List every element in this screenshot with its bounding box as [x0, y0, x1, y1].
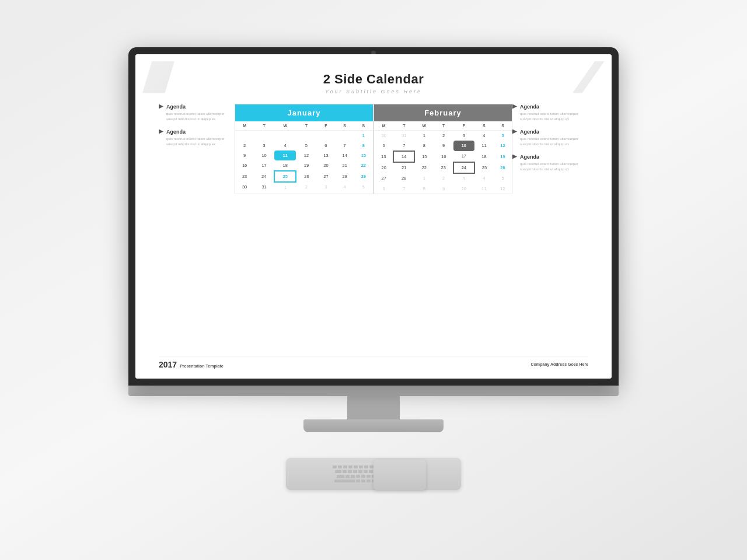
jan-cell: 2: [296, 182, 316, 192]
agenda-marker-r3: [512, 155, 517, 159]
table-row: 9 10 11 12 13 14 15: [235, 150, 373, 160]
feb-cell: 2: [434, 173, 453, 184]
left-agenda-sidebar: Agenda quis nostrud exerci tation ullamc…: [159, 104, 235, 147]
monitor: 2 Side Calendar Your Subtitle Goes Here …: [128, 47, 619, 490]
feb-cell: 12: [494, 141, 512, 151]
col-s2: S: [354, 121, 373, 131]
feb-cell: 17: [453, 151, 474, 162]
col-f: F: [316, 121, 335, 131]
right-agenda-2-title: Agenda: [520, 129, 539, 135]
jan-cell: 13: [316, 150, 335, 160]
col-t: T: [393, 121, 414, 131]
left-agenda-1-title: Agenda: [166, 104, 186, 110]
feb-cell: 20: [374, 162, 393, 173]
feb-cell: 6: [374, 184, 393, 194]
jan-cell: 1: [274, 182, 296, 192]
col-t: T: [254, 121, 274, 131]
feb-cell: 3: [453, 173, 474, 184]
right-agenda-2: Agenda quis nostrud exerci tation ullamc…: [512, 129, 588, 147]
feb-cell: 7: [393, 141, 414, 151]
feb-cell: 16: [434, 151, 453, 162]
jan-cell: [235, 130, 254, 141]
jan-cell: [254, 130, 274, 141]
feb-cell: 28: [393, 173, 414, 184]
jan-cell: 12: [296, 150, 316, 160]
slide: 2 Side Calendar Your Subtitle Goes Here …: [135, 54, 612, 379]
feb-cell: 2: [434, 130, 453, 141]
feb-cell: 10: [453, 184, 474, 194]
jan-cell: 8: [354, 141, 373, 150]
slide-footer: 2017 Presentation Template Company Addre…: [159, 356, 588, 369]
jan-cell: 23: [235, 171, 254, 182]
calendars-container: January M T W T F: [235, 104, 512, 194]
jan-cell: 6: [316, 141, 335, 150]
jan-cell: 4: [274, 141, 296, 150]
table-row: 30 31 1 2 3 4 5: [374, 130, 512, 141]
february-calendar: February M T W T F: [374, 104, 512, 194]
jan-cell: 4: [336, 182, 354, 192]
deco-top-left: [142, 61, 174, 93]
february-header: February: [374, 104, 512, 121]
monitor-shell: 2 Side Calendar Your Subtitle Goes Here …: [128, 47, 619, 386]
trackpad: [374, 460, 426, 490]
col-s1: S: [474, 121, 494, 131]
col-th: T: [434, 121, 453, 131]
right-agenda-3: Agenda quis nostrud exerci tation ullamc…: [512, 154, 588, 172]
feb-cell: 21: [393, 162, 414, 173]
agenda-marker: [159, 104, 163, 109]
jan-cell: 14: [336, 150, 354, 160]
jan-cell: 9: [235, 150, 254, 160]
agenda-marker-r1: [512, 104, 517, 109]
table-row: 30 31 1 2 3 4 5: [235, 182, 373, 192]
jan-cell: 31: [254, 182, 274, 192]
feb-cell: 22: [414, 162, 434, 173]
footer-address: Company Address Goes Here: [530, 362, 588, 366]
feb-cell: 1: [414, 130, 434, 141]
feb-cell-24: 24: [453, 162, 474, 173]
left-agenda-1: Agenda quis nostrud exerci tation ullamc…: [159, 104, 235, 122]
jan-cell: 30: [235, 182, 254, 192]
feb-cell: 11: [474, 184, 494, 194]
monitor-chin: [128, 386, 619, 396]
col-m: M: [235, 121, 254, 131]
jan-cell: 21: [336, 160, 354, 171]
footer-year: 2017: [159, 360, 177, 369]
table-row: 23 24 25 26 27 28 29: [235, 171, 373, 182]
slide-title-area: 2 Side Calendar Your Subtitle Goes Here: [159, 72, 588, 94]
january-calendar: January M T W T F: [235, 104, 374, 194]
slide-subtitle: Your Subtitle Goes Here: [159, 89, 588, 94]
feb-cell: 26: [494, 162, 512, 173]
monitor-base: [303, 419, 444, 432]
feb-cell: 8: [414, 141, 434, 151]
col-s1: S: [336, 121, 354, 131]
jan-cell: [296, 130, 316, 141]
jan-cell: [336, 130, 354, 141]
february-grid: M T W T F S S: [374, 121, 512, 194]
slide-content: Agenda quis nostrud exerci tation ullamc…: [159, 104, 588, 351]
feb-cell: 15: [414, 151, 434, 162]
left-agenda-1-text: quis nostrud exerci tation ullamcorper s…: [159, 111, 235, 122]
jan-cell: 22: [354, 160, 373, 171]
feb-cell: 5: [494, 130, 512, 141]
col-th: T: [296, 121, 316, 131]
right-agenda-1-title: Agenda: [520, 104, 539, 110]
jan-cell: 17: [254, 160, 274, 171]
col-s2: S: [494, 121, 512, 131]
feb-cell: 12: [494, 184, 512, 194]
jan-cell-11: 11: [274, 150, 296, 160]
col-m: M: [374, 121, 393, 131]
table-row: 6 7 8 9 10 11 12: [374, 141, 512, 151]
jan-cell-25: 25: [274, 171, 296, 182]
feb-cell: 30: [374, 130, 393, 141]
jan-cell: 7: [336, 141, 354, 150]
jan-cell: 27: [316, 171, 335, 182]
feb-cell: 6: [374, 141, 393, 151]
jan-cell: 28: [336, 171, 354, 182]
col-f: F: [453, 121, 474, 131]
jan-cell: 5: [354, 182, 373, 192]
jan-cell: 1: [354, 130, 373, 141]
feb-cell: 7: [393, 184, 414, 194]
jan-cell: 2: [235, 141, 254, 150]
right-agenda-1: Agenda quis nostrud exerci tation ullamc…: [512, 104, 588, 122]
feb-cell: 25: [474, 162, 494, 173]
